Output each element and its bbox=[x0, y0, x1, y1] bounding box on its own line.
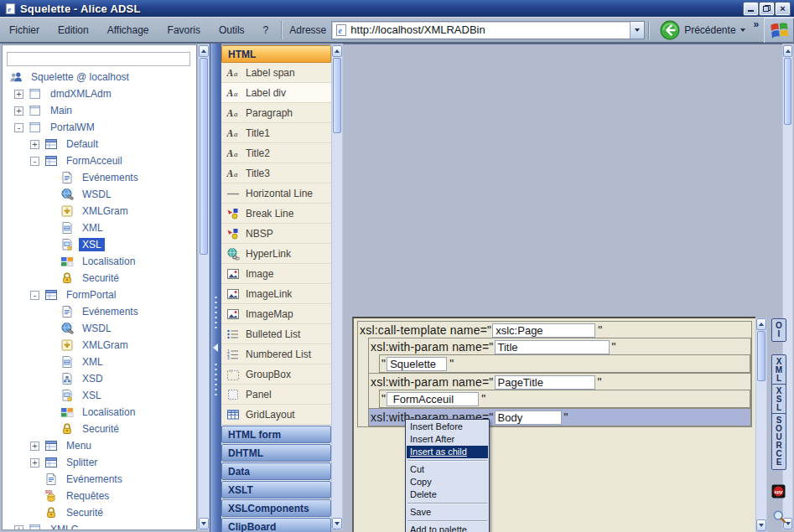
context-menu-item-add-to-palette[interactable]: Add to palette bbox=[407, 524, 488, 532]
scroll-up-button[interactable] bbox=[332, 45, 342, 57]
palette-item[interactable]: Image bbox=[221, 264, 331, 284]
collapse-icon[interactable]: - bbox=[30, 157, 39, 166]
side-tab-oi[interactable]: OI bbox=[771, 318, 786, 342]
tree-item[interactable]: +Default bbox=[3, 136, 196, 152]
xsl-node-value-input[interactable] bbox=[495, 411, 562, 425]
tree-item[interactable]: Evénements bbox=[3, 303, 196, 320]
tree-item[interactable]: +XMLC bbox=[3, 521, 196, 530]
palette-item[interactable]: GridLayout bbox=[221, 405, 331, 425]
menu-?[interactable]: ? bbox=[254, 24, 278, 36]
palette-item[interactable]: ImageMap bbox=[221, 304, 331, 324]
collapse-icon[interactable]: - bbox=[14, 123, 23, 132]
palette-item[interactable]: HyperLink bbox=[221, 244, 331, 264]
tree-item[interactable]: XMLGram bbox=[3, 203, 196, 220]
tree-item[interactable]: Securité bbox=[3, 421, 196, 437]
expand-icon[interactable]: + bbox=[30, 458, 39, 467]
palette-section-html[interactable]: HTML bbox=[221, 45, 331, 63]
menu-affichage[interactable]: Affichage bbox=[98, 24, 158, 36]
palette-section-clipboard[interactable]: ClipBoard bbox=[221, 518, 331, 532]
scrollbar-thumb[interactable] bbox=[200, 58, 208, 255]
menu-fichier[interactable]: Fichier bbox=[0, 24, 49, 36]
tree-item[interactable]: WSDL bbox=[3, 320, 196, 337]
expand-icon[interactable]: + bbox=[14, 525, 23, 531]
tree-item[interactable]: Securité bbox=[3, 504, 196, 521]
minimize-button[interactable] bbox=[744, 3, 758, 15]
address-dropdown-button[interactable] bbox=[630, 22, 644, 39]
tree-item[interactable]: XML bbox=[3, 354, 196, 370]
palette-item[interactable]: Panel bbox=[221, 385, 331, 405]
splitter-collapse-icon[interactable] bbox=[213, 343, 218, 352]
context-menu-item-save[interactable]: Save bbox=[407, 506, 488, 519]
xsl-node-header[interactable]: "" bbox=[380, 390, 750, 407]
tree-scrollbar[interactable] bbox=[198, 44, 210, 530]
scroll-down-button[interactable] bbox=[332, 518, 342, 529]
palette-item[interactable]: AaLabel div bbox=[221, 83, 331, 103]
palette-section-xslcomponents[interactable]: XSLComponents bbox=[221, 499, 331, 517]
palette-item[interactable]: AaTitle2 bbox=[221, 143, 331, 163]
menu-edition[interactable]: Edition bbox=[49, 24, 98, 36]
tree-item[interactable]: +Splitter bbox=[3, 454, 196, 471]
context-menu-item-cut[interactable]: Cut bbox=[407, 463, 488, 476]
side-tab-xsl[interactable]: XSL bbox=[771, 384, 786, 416]
restore-button[interactable] bbox=[760, 3, 774, 15]
spy-icon[interactable]: spy bbox=[771, 484, 786, 498]
scrollbar-thumb[interactable] bbox=[757, 331, 765, 381]
xsl-node-value-input[interactable] bbox=[387, 357, 447, 371]
magnifier-icon[interactable] bbox=[772, 509, 786, 524]
expand-icon[interactable]: + bbox=[30, 442, 39, 451]
back-dropdown-icon[interactable] bbox=[740, 28, 745, 32]
tree-item[interactable]: Evénements bbox=[3, 471, 196, 488]
menu-favoris[interactable]: Favoris bbox=[158, 24, 210, 36]
scroll-down-button[interactable] bbox=[756, 519, 766, 531]
xsl-node-header[interactable]: xsl:with-param name="" bbox=[369, 374, 750, 390]
xsl-node-value-input[interactable] bbox=[492, 323, 595, 338]
xsl-node-value-input[interactable] bbox=[495, 375, 595, 390]
tree-item[interactable]: Localisation bbox=[3, 404, 196, 421]
scroll-down-button[interactable] bbox=[199, 518, 209, 529]
palette-item[interactable]: Bulleted List bbox=[221, 324, 331, 344]
xsl-node-header[interactable]: xsl:call-template name="" bbox=[358, 322, 751, 338]
context-menu-item-insert-as-child[interactable]: Insert as child bbox=[407, 446, 488, 458]
palette-item[interactable]: Horizontal Line bbox=[221, 183, 331, 204]
tree-item[interactable]: Securité bbox=[3, 270, 196, 287]
scrollbar-thumb[interactable] bbox=[784, 58, 791, 125]
palette-section-xslt[interactable]: XSLT bbox=[221, 481, 331, 498]
xsl-node-value-input[interactable] bbox=[495, 340, 610, 354]
tree-item[interactable]: -FormPortal bbox=[3, 287, 196, 303]
palette-item[interactable]: ImageLink bbox=[221, 284, 331, 304]
tree-item[interactable]: XSL bbox=[3, 236, 196, 253]
palette-item[interactable]: AaTitle1 bbox=[221, 123, 331, 143]
tree-item[interactable]: +Main bbox=[3, 102, 196, 119]
address-input[interactable] bbox=[350, 23, 630, 36]
palette-item[interactable]: AaParagraph bbox=[221, 103, 331, 123]
xsl-node-header[interactable]: xsl:with-param name="" bbox=[369, 338, 750, 355]
tree-item[interactable]: WSDL bbox=[3, 186, 196, 203]
panel-splitter[interactable] bbox=[210, 44, 221, 532]
palette-section-dhtml[interactable]: DHTML bbox=[221, 444, 331, 462]
editor-scrollbar[interactable] bbox=[755, 318, 767, 532]
palette-item[interactable]: xyGroupBox bbox=[221, 364, 331, 385]
tree-item[interactable]: XML bbox=[3, 220, 196, 236]
tree-item[interactable]: SQLRequêtes bbox=[3, 488, 196, 504]
collapse-icon[interactable]: - bbox=[30, 291, 39, 300]
scroll-up-button[interactable] bbox=[783, 45, 792, 57]
tree-item[interactable]: Localisation bbox=[3, 253, 196, 270]
expand-icon[interactable]: + bbox=[14, 106, 23, 116]
context-menu-item-insert-after[interactable]: Insert After bbox=[407, 433, 488, 446]
toolbar-overflow-chevron[interactable]: » bbox=[754, 18, 760, 30]
context-menu-item-delete[interactable]: Delete bbox=[407, 488, 488, 501]
tree-item[interactable]: Squelette @ localhost bbox=[3, 69, 196, 85]
tree-item[interactable]: +dmdXMLAdm bbox=[3, 85, 196, 102]
tree-item[interactable]: XSL bbox=[3, 387, 196, 404]
palette-section-data[interactable]: Data bbox=[221, 462, 331, 480]
tree-item[interactable]: -FormAcceuil bbox=[3, 152, 196, 169]
palette-item[interactable]: 123Numbered List bbox=[221, 344, 331, 364]
context-menu-item-copy[interactable]: Copy bbox=[407, 476, 488, 488]
palette-item[interactable]: Break Line bbox=[221, 204, 331, 224]
tree-item[interactable]: Evénements bbox=[3, 169, 196, 186]
xsl-node-header[interactable]: "" bbox=[380, 355, 750, 372]
side-tab-source[interactable]: SOURCE bbox=[771, 413, 786, 470]
palette-item[interactable]: AaTitle3 bbox=[221, 163, 331, 183]
palette-item[interactable]: NBSP bbox=[221, 224, 331, 244]
tree-item[interactable]: -PortalWM bbox=[3, 119, 196, 136]
